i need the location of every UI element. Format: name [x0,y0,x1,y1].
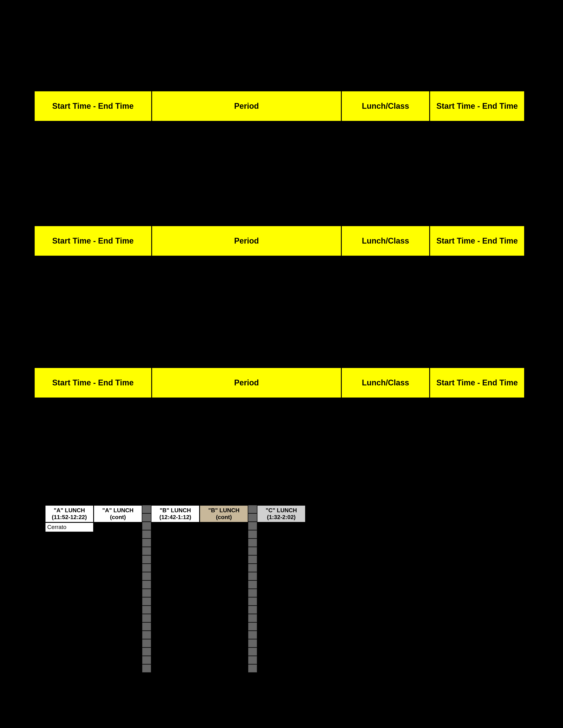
header-row-2: Start Time - End Time Period Lunch/Class… [34,226,525,256]
divider-cell [142,522,151,530]
header-start-end-time-right-1: Start Time - End Time [430,91,525,121]
lunch-a-data-cerrato: Cerrato [45,522,94,532]
divider-cell [248,555,257,563]
divider-cell [142,631,151,639]
lunch-col-c: "C" LUNCH (1:32-2:02) [257,505,306,673]
divider-cell [142,539,151,547]
divider-cell [248,614,257,622]
divider-cell [142,514,151,522]
lunch-header-b: "B" LUNCH (12:42-1:12) [151,505,199,522]
lunch-col-b: "B" LUNCH (12:42-1:12) [151,505,199,673]
lunch-col-a: "A" LUNCH (11:52-12:22) Cerrato [45,505,94,673]
header-lunch-class-3: Lunch/Class [341,368,430,398]
header-start-end-time-right-2: Start Time - End Time [430,226,525,256]
divider-cell [142,664,151,672]
header-start-end-time-right-3: Start Time - End Time [430,368,525,398]
divider-cell [142,606,151,614]
header-lunch-class-2: Lunch/Class [341,226,430,256]
lunch-divider-2 [248,505,257,673]
divider-cell [248,656,257,664]
divider-cell [142,597,151,605]
lunch-header-b-cont: "B" LUNCH (cont) [199,505,248,522]
divider-cell [142,530,151,538]
divider-cell [248,530,257,538]
divider-cell [142,614,151,622]
lunch-header-a-cont: "A" LUNCH (cont) [94,505,142,522]
header-row-3: Start Time - End Time Period Lunch/Class… [34,368,525,398]
divider-cell [248,606,257,614]
divider-cell [142,656,151,664]
divider-cell [142,505,151,513]
header-period-2: Period [152,226,341,256]
lunch-divider-1 [142,505,151,673]
divider-cell [142,572,151,580]
lunch-section: "A" LUNCH (11:52-12:22) Cerrato "A" LUNC… [45,505,343,673]
divider-cell [142,564,151,572]
divider-cell [142,547,151,555]
lunch-header-a: "A" LUNCH (11:52-12:22) [45,505,94,522]
divider-cell [248,597,257,605]
divider-cell [248,664,257,672]
lunch-header-c: "C" LUNCH (1:32-2:02) [257,505,306,522]
divider-cell [248,564,257,572]
divider-cell [142,581,151,589]
divider-cell [142,623,151,630]
header-period-1: Period [152,91,341,121]
header-row-1: Start Time - End Time Period Lunch/Class… [34,91,525,121]
divider-cell [248,639,257,647]
divider-cell [248,589,257,597]
divider-cell [248,581,257,589]
divider-cell [248,539,257,547]
divider-cell [142,589,151,597]
header-start-end-time-left-1: Start Time - End Time [34,91,152,121]
lunch-col-a-cont: "A" LUNCH (cont) [94,505,142,673]
divider-cell [142,555,151,563]
divider-cell [248,572,257,580]
lunch-col-b-cont: "B" LUNCH (cont) [199,505,248,673]
header-start-end-time-left-3: Start Time - End Time [34,368,152,398]
header-period-3: Period [152,368,341,398]
divider-cell [248,547,257,555]
divider-cell [248,505,257,513]
divider-cell [248,648,257,656]
divider-cell [248,514,257,522]
divider-cell [142,648,151,656]
divider-cell [248,522,257,530]
header-lunch-class-1: Lunch/Class [341,91,430,121]
page: Start Time - End Time Period Lunch/Class… [0,0,563,728]
divider-cell [248,623,257,630]
header-start-end-time-left-2: Start Time - End Time [34,226,152,256]
divider-cell [248,631,257,639]
divider-cell [142,639,151,647]
